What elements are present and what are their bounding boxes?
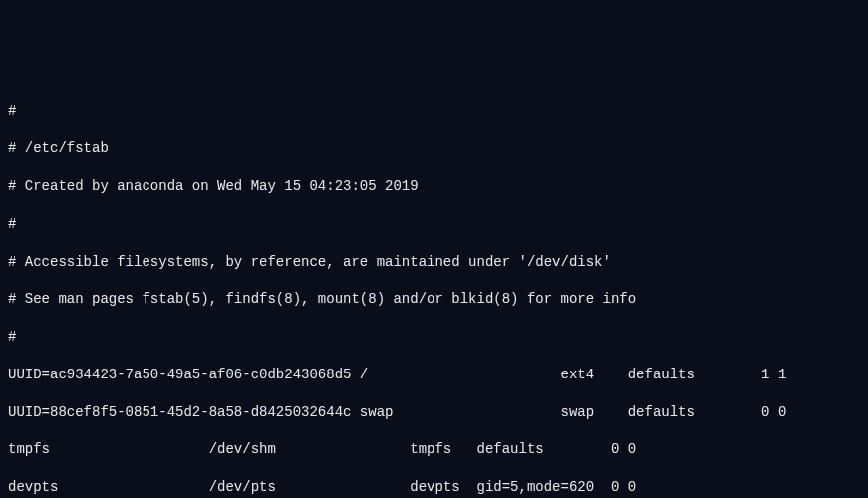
fstab-entry-swap: UUID=88cef8f5-0851-45d2-8a58-d8425032644…	[8, 403, 860, 422]
fstab-comment: #	[8, 328, 860, 347]
fstab-comment: #	[8, 102, 860, 121]
fstab-comment: #	[8, 215, 860, 234]
fstab-created-comment: # Created by anaconda on Wed May 15 04:2…	[8, 177, 860, 196]
fstab-entry-root: UUID=ac934423-7a50-49a5-af06-c0db243068d…	[8, 366, 860, 384]
fstab-path-comment: # /etc/fstab	[8, 139, 860, 158]
fstab-manpages-comment: # See man pages fstab(5), findfs(8), mou…	[8, 290, 860, 309]
terminal-output: # # /etc/fstab # Created by anaconda on …	[8, 84, 860, 498]
fstab-entry-devpts: devpts /dev/pts devpts gid=5,mode=620 0 …	[8, 478, 860, 497]
fstab-accessible-comment: # Accessible filesystems, by reference, …	[8, 253, 860, 272]
fstab-entry-tmpfs: tmpfs /dev/shm tmpfs defaults 0 0	[8, 440, 860, 459]
